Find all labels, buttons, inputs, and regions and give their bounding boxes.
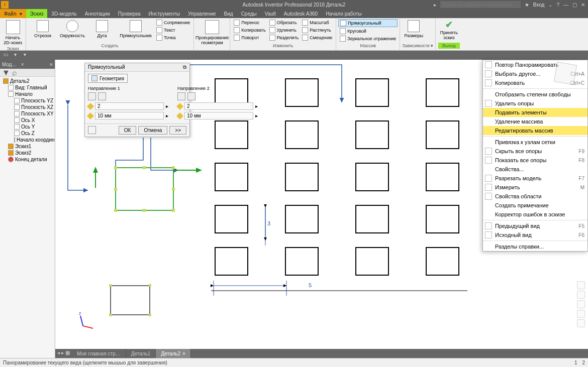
context-item[interactable]: Разрезать модельF7 [483,174,587,183]
menu-manage[interactable]: Управление [184,9,220,18]
context-item[interactable]: Исходный видF6 [483,230,587,239]
tree-end[interactable]: Конец детали [1,156,54,163]
context-item[interactable]: Корректор ошибок в эскизе [483,210,587,219]
stretch-button[interactable]: Растянуть [301,27,334,34]
dir1-flip-button[interactable] [98,92,106,100]
context-item[interactable]: Отобразить степени свободы [483,90,587,99]
offset-button[interactable]: Смещение [301,34,334,41]
tree-plane-yz[interactable]: Плоскость YZ [1,97,54,104]
arc-button[interactable]: Дуга [87,19,117,39]
search-icon[interactable]: ⌕ [12,68,17,77]
viewcube[interactable] [551,59,580,88]
tree-axis-y[interactable]: Ось Y [1,124,54,130]
tree-root[interactable]: Деталь2 [1,78,54,84]
context-item[interactable]: Свойства области [483,192,587,201]
tree-axis-x[interactable]: Ось X [1,117,54,124]
fillet-button[interactable]: Сопряжение [155,19,191,26]
ok-button[interactable]: ОК [119,126,137,135]
context-item[interactable]: Предыдущий видF5 [483,221,587,230]
context-item[interactable]: Создать примечание [483,201,587,210]
tree-origin[interactable]: Начало [1,91,54,97]
menu-inspect[interactable]: Проверка [114,9,145,18]
login-button[interactable]: Вход [533,2,545,8]
nav-pan-icon[interactable] [577,281,585,289]
tab-part2[interactable]: Деталь2× [156,349,190,358]
menu-vault[interactable]: Vault [261,9,280,18]
dir2-flip-button[interactable] [187,92,195,100]
menu-annotations[interactable]: Аннотации [81,9,114,18]
menu-getstarted[interactable]: Начало работы [322,9,366,18]
doctab-prev-icon[interactable]: ◂ [57,350,60,357]
menu-3dmodel[interactable]: 3D-модель [47,9,80,18]
copy-button[interactable]: Копировать [232,27,267,34]
tree-plane-xy[interactable]: Плоскость XY [1,110,54,117]
tree-sketch2[interactable]: Эскиз2 [1,150,54,156]
menu-tools[interactable]: Инструменты [145,9,184,18]
help-search-input[interactable] [440,1,521,8]
filter-icon[interactable]: ▼ [2,68,10,77]
circular-pattern-button[interactable]: Круговой [338,28,398,35]
project-geometry-button[interactable]: Проецирование геометрии [196,19,228,46]
minimize-icon[interactable]: — [563,2,568,8]
tab-close-icon[interactable]: × [182,351,185,356]
dir2-spacing-input[interactable] [184,112,253,119]
nav-lookat-icon[interactable] [577,310,585,318]
rectangle-button[interactable]: Прямоугольник [117,19,154,39]
start-2d-sketch-button[interactable]: Начать 2D-эскиз [2,19,24,46]
context-item[interactable]: ИзмеритьM [483,183,587,192]
rotate-button[interactable]: Поворот [232,34,267,41]
rectangular-pattern-button[interactable]: Прямоугольный [338,19,398,27]
context-item[interactable]: Свойства... [483,165,587,174]
menu-file[interactable]: Файл ▾ [0,9,26,18]
close-icon[interactable]: ✕ [581,2,585,8]
move-button[interactable]: Перенос [232,19,267,26]
doctab-next-icon[interactable]: ▸ [61,350,64,357]
context-item[interactable]: Удалить опоры [483,99,587,108]
dir1-select-button[interactable] [88,92,96,100]
context-item[interactable]: Подавить элементы [483,108,587,117]
menu-sketch[interactable]: Эскиз [26,9,48,18]
menu-a360[interactable]: Autodesk A360 [280,9,322,18]
menu-environments[interactable]: Среды [237,9,261,18]
browser-close-icon[interactable]: × [21,62,24,67]
context-item[interactable]: Удаление массива [483,117,587,126]
dir2-count-input[interactable] [184,102,253,110]
cart-icon[interactable]: ⌄ [548,2,552,8]
tree-sketch1[interactable]: Эскиз1 [1,143,54,150]
tab-home[interactable]: Моя главная стр… [72,349,126,358]
trim-button[interactable]: Обрезать [268,19,301,26]
cancel-button[interactable]: Отмена [138,126,167,135]
dir1-spacing-input[interactable] [95,112,164,119]
tree-coord[interactable]: Начало координат [1,137,54,143]
favorite-icon[interactable]: ★ [525,2,529,8]
save-icon[interactable]: ▾ [21,52,29,59]
dir1-count-input[interactable] [95,102,164,110]
nav-orbit-icon[interactable] [577,300,585,308]
open-icon[interactable]: ▾ [12,52,19,59]
context-item[interactable]: Редактировать массив [483,126,587,135]
doctab-list-icon[interactable]: ▦ [65,350,70,357]
context-item[interactable]: Привязка к узлам сетки [483,138,587,147]
point-button[interactable]: Точка [155,34,191,41]
split-button[interactable]: Разделить [268,34,301,41]
tab-part1[interactable]: Деталь1 [126,349,156,358]
dialog-pin-icon[interactable]: ⧉ [183,64,186,70]
tree-axis-z[interactable]: Ось Z [1,130,54,137]
scale-button[interactable]: Масштаб [301,19,334,26]
expand-button[interactable]: >> [169,126,186,135]
line-button[interactable]: Отрезок [28,19,57,39]
context-item[interactable]: Показать все опорыF8 [483,156,587,165]
help-icon[interactable]: ? [556,2,559,8]
circle-button[interactable]: Окружность [58,19,87,39]
new-icon[interactable]: ▭ [2,52,10,59]
dir2-select-button[interactable] [177,92,185,100]
finish-sketch-button[interactable]: ✔Принять эскиз [438,19,460,40]
nav-home-icon[interactable] [577,319,585,327]
text-button[interactable]: Текст [155,27,191,34]
tree-view[interactable]: Вид: Главный [1,84,54,91]
browser-tab[interactable]: Мод… [2,62,17,67]
maximize-icon[interactable]: ▢ [572,2,577,8]
nav-zoom-icon[interactable] [577,291,585,299]
dialog-options-button[interactable] [88,126,96,134]
tree-plane-xz[interactable]: Плоскость XZ [1,104,54,110]
